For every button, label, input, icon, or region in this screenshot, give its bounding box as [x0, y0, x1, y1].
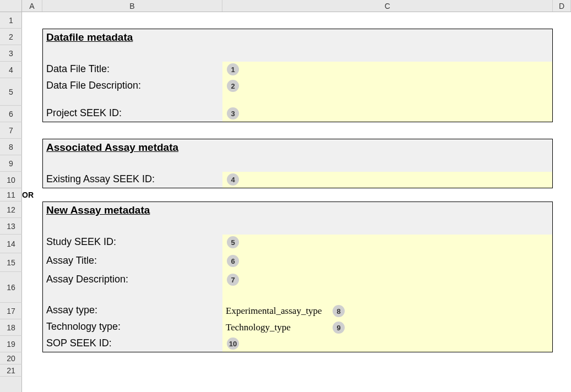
row-header-4[interactable]: 4 — [0, 62, 22, 78]
cell-B16[interactable]: Assay Description: — [42, 272, 222, 303]
cell-C17[interactable]: Experimental_assay_type 8 — [222, 303, 553, 319]
row-header-1[interactable]: 1 — [0, 12, 22, 29]
cell-B17[interactable]: Assay type: — [42, 303, 222, 319]
cell-C18[interactable]: Technology_type 9 — [222, 319, 553, 336]
cell-A3[interactable] — [22, 45, 42, 62]
cell-D21[interactable] — [553, 364, 571, 377]
cell-B14[interactable]: Study SEEK ID: — [42, 235, 222, 253]
cell-A12[interactable] — [22, 202, 42, 218]
cell-C15[interactable]: 6 — [222, 253, 553, 272]
cell-D17[interactable] — [553, 303, 571, 319]
row-header-15[interactable]: 15 — [0, 253, 22, 272]
cell-D18[interactable] — [553, 319, 571, 336]
cell-B13[interactable] — [42, 218, 222, 235]
row-header-11[interactable]: 11 — [0, 188, 22, 202]
row-header-14[interactable]: 14 — [0, 235, 22, 253]
cell-D2[interactable] — [553, 29, 571, 45]
row-header-13[interactable]: 13 — [0, 218, 22, 235]
cell-C19[interactable]: 10 — [222, 336, 553, 352]
cell-C9[interactable] — [222, 155, 553, 172]
cell-A4[interactable] — [22, 62, 42, 78]
row-header-3[interactable]: 3 — [0, 45, 22, 62]
cell-C5[interactable]: 2 — [222, 78, 553, 106]
cell-B19[interactable]: SOP SEEK ID: — [42, 336, 222, 352]
cell-A15[interactable] — [22, 253, 42, 272]
row-header-16[interactable]: 16 — [0, 272, 22, 303]
cell-D14[interactable] — [553, 235, 571, 253]
cell-D16[interactable] — [553, 272, 571, 303]
cell-C12[interactable] — [222, 202, 553, 218]
row-header-7[interactable]: 7 — [0, 122, 22, 139]
row-header-18[interactable]: 18 — [0, 319, 22, 336]
cell-B4[interactable]: Data File Title: — [42, 62, 222, 78]
cell-A13[interactable] — [22, 218, 42, 235]
cell-B10[interactable]: Existing Assay SEEK ID: — [42, 172, 222, 188]
cell-A8[interactable] — [22, 139, 42, 155]
cell-A6[interactable] — [22, 106, 42, 122]
row-header-6[interactable]: 6 — [0, 106, 22, 122]
cell-C21[interactable] — [222, 364, 553, 377]
cell-B11[interactable] — [42, 188, 222, 202]
cell-D6[interactable] — [553, 106, 571, 122]
cell-B7[interactable] — [42, 122, 222, 139]
cell-B20[interactable] — [42, 352, 222, 364]
cell-D20[interactable] — [553, 352, 571, 364]
row-header-20[interactable]: 20 — [0, 352, 22, 364]
row-header-10[interactable]: 10 — [0, 172, 22, 188]
cell-C16[interactable]: 7 — [222, 272, 553, 303]
row-header-2[interactable]: 2 — [0, 29, 22, 45]
cell-A11[interactable]: OR — [22, 188, 42, 202]
col-header-B[interactable]: B — [42, 0, 222, 12]
cell-A20[interactable] — [22, 352, 42, 364]
cell-A10[interactable] — [22, 172, 42, 188]
cell-D3[interactable] — [553, 45, 571, 62]
select-all-corner[interactable] — [0, 0, 22, 12]
cell-D8[interactable] — [553, 139, 571, 155]
cell-C13[interactable] — [222, 218, 553, 235]
col-header-D[interactable]: D — [553, 0, 571, 12]
row-header-12[interactable]: 12 — [0, 202, 22, 218]
cell-A21[interactable] — [22, 364, 42, 377]
col-header-A[interactable]: A — [22, 0, 42, 12]
cell-A19[interactable] — [22, 336, 42, 352]
cell-B18[interactable]: Technology type: — [42, 319, 222, 336]
cell-B9[interactable] — [42, 155, 222, 172]
row-header-5[interactable]: 5 — [0, 78, 22, 106]
cell-D1[interactable] — [553, 12, 571, 29]
cell-A14[interactable] — [22, 235, 42, 253]
cell-D11[interactable] — [553, 188, 571, 202]
cell-C10[interactable]: 4 — [222, 172, 553, 188]
cell-D19[interactable] — [553, 336, 571, 352]
cell-C11[interactable] — [222, 188, 553, 202]
col-header-C[interactable]: C — [222, 0, 553, 12]
cell-C20[interactable] — [222, 352, 553, 364]
cell-A7[interactable] — [22, 122, 42, 139]
cell-C6[interactable]: 3 — [222, 106, 553, 122]
cell-D10[interactable] — [553, 172, 571, 188]
cell-A16[interactable] — [22, 272, 42, 303]
cell-D4[interactable] — [553, 62, 571, 78]
cell-A18[interactable] — [22, 319, 42, 336]
cell-C4[interactable]: 1 — [222, 62, 553, 78]
cell-B1[interactable] — [42, 12, 222, 29]
cell-B12[interactable]: New Assay metadata — [42, 202, 222, 218]
cell-C2[interactable] — [222, 29, 553, 45]
row-header-17[interactable]: 17 — [0, 303, 22, 319]
cell-B21[interactable] — [42, 364, 222, 377]
cell-A5[interactable] — [22, 78, 42, 106]
cell-B15[interactable]: Assay Title: — [42, 253, 222, 272]
cell-A2[interactable] — [22, 29, 42, 45]
cell-C7[interactable] — [222, 122, 553, 139]
cell-C8[interactable] — [222, 139, 553, 155]
cell-A17[interactable] — [22, 303, 42, 319]
cell-D15[interactable] — [553, 253, 571, 272]
cell-C1[interactable] — [222, 12, 553, 29]
row-header-8[interactable]: 8 — [0, 139, 22, 155]
cell-B3[interactable] — [42, 45, 222, 62]
row-header-21[interactable]: 21 — [0, 364, 22, 377]
cell-B8[interactable]: Associated Assay metdata — [42, 139, 222, 155]
cell-A1[interactable] — [22, 12, 42, 29]
cell-B5[interactable]: Data File Description: — [42, 78, 222, 106]
cell-D12[interactable] — [553, 202, 571, 218]
row-header-19[interactable]: 19 — [0, 336, 22, 352]
